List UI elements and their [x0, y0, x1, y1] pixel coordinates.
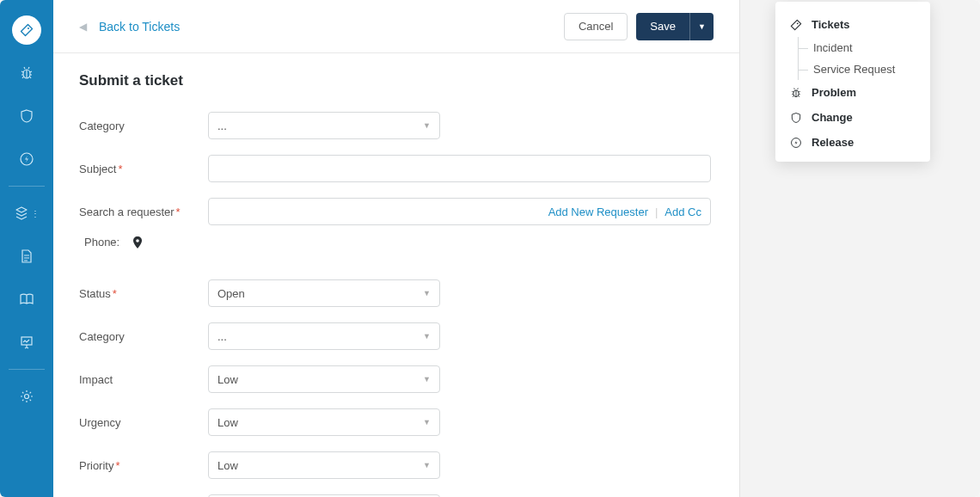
label-impact: Impact: [79, 373, 208, 386]
menu-item-incident[interactable]: Incident: [813, 37, 930, 58]
label-status: Status*: [79, 287, 208, 300]
caret-down-icon: ▼: [423, 332, 431, 341]
topbar: ◀ Back to Tickets Cancel Save ▼: [53, 0, 739, 53]
sidebar-item-solutions[interactable]: [0, 278, 53, 321]
caret-down-icon: ▼: [423, 418, 431, 426]
left-sidebar: ⋮: [0, 0, 53, 497]
select-value: Low: [217, 373, 238, 386]
sidebar-divider-2: [9, 369, 45, 370]
back-link[interactable]: Back to Tickets: [99, 20, 180, 34]
select-category-1[interactable]: ... ▼: [208, 112, 440, 139]
ticket-icon: [12, 15, 41, 45]
sidebar-item-tickets[interactable]: [0, 9, 53, 52]
page-title: Submit a ticket: [79, 72, 714, 89]
app-window: ⋮ ◀ Back to Tickets: [0, 0, 980, 497]
svg-point-5: [25, 395, 29, 399]
row-priority: Priority* Low ▼: [79, 451, 714, 479]
select-value: Low: [217, 416, 238, 429]
svg-point-6: [136, 239, 139, 242]
bolt-circle-icon: [19, 151, 34, 167]
shield-icon: [19, 108, 34, 124]
row-category-1: Category ... ▼: [79, 112, 714, 139]
caret-down-icon: ▼: [698, 22, 706, 31]
select-value: Open: [217, 287, 245, 300]
sidebar-divider: [9, 186, 45, 187]
menu-item-change[interactable]: Change: [775, 105, 930, 130]
svg-point-7: [797, 22, 799, 24]
form-content: Submit a ticket Category ... ▼ Subject*: [53, 53, 739, 497]
sidebar-item-release[interactable]: [0, 138, 53, 181]
menu-item-release[interactable]: Release: [775, 130, 930, 155]
sidebar-item-reports[interactable]: [0, 321, 53, 364]
caret-down-icon: ▼: [423, 121, 431, 130]
caret-down-icon: ▼: [423, 375, 431, 383]
caret-down-icon: ▼: [423, 289, 431, 298]
row-status: Status* Open ▼: [79, 279, 714, 307]
create-menu-panel: Tickets Incident Service Request Problem…: [775, 2, 930, 162]
document-icon: [20, 248, 34, 264]
save-dropdown-button[interactable]: ▼: [689, 13, 714, 40]
row-impact: Impact Low ▼: [79, 365, 714, 393]
select-value: ...: [217, 330, 227, 343]
row-requester: Search a requester* Add New Requester | …: [79, 198, 714, 225]
location-pin-icon: [132, 236, 143, 248]
input-requester[interactable]: Add New Requester | Add Cc: [208, 198, 711, 225]
sidebar-item-problem[interactable]: [0, 52, 53, 95]
sidebar-item-contracts[interactable]: [0, 235, 53, 278]
select-value: ...: [217, 120, 227, 132]
menu-item-problem[interactable]: Problem: [775, 80, 930, 105]
label-urgency: Urgency: [79, 416, 208, 429]
row-phone: Phone:: [79, 236, 714, 248]
sidebar-item-settings[interactable]: [0, 375, 53, 418]
sidebar-item-change[interactable]: [0, 95, 53, 138]
add-new-requester-link[interactable]: Add New Requester: [548, 206, 648, 218]
select-category-2[interactable]: ... ▼: [208, 322, 440, 350]
input-subject[interactable]: [208, 155, 711, 182]
bolt-circle-icon: [789, 137, 803, 149]
caret-down-icon: ▼: [423, 461, 431, 469]
more-dots-icon: ⋮: [31, 209, 40, 218]
row-subject: Subject*: [79, 155, 714, 182]
label-requester: Search a requester*: [79, 206, 208, 218]
book-icon: [19, 292, 34, 306]
row-category-2: Category ... ▼: [79, 322, 714, 350]
svg-rect-4: [21, 337, 32, 345]
shield-icon: [789, 112, 803, 124]
sidebar-item-assets[interactable]: ⋮: [0, 192, 53, 235]
bug-icon: [789, 87, 803, 99]
add-cc-link[interactable]: Add Cc: [665, 206, 701, 218]
label-category-1: Category: [79, 120, 208, 132]
bug-icon: [19, 65, 34, 81]
presentation-icon: [19, 334, 34, 350]
select-status[interactable]: Open ▼: [208, 279, 440, 307]
select-value: Low: [217, 459, 238, 472]
label-subject: Subject*: [79, 163, 208, 175]
row-urgency: Urgency Low ▼: [79, 408, 714, 436]
select-urgency[interactable]: Low ▼: [208, 408, 440, 436]
cancel-button[interactable]: Cancel: [564, 13, 628, 40]
label-phone: Phone:: [84, 236, 132, 248]
select-priority[interactable]: Low ▼: [208, 451, 440, 479]
svg-point-0: [28, 28, 29, 29]
select-impact[interactable]: Low ▼: [208, 365, 440, 393]
menu-item-service-request[interactable]: Service Request: [813, 58, 930, 80]
gear-icon: [19, 389, 34, 404]
menu-item-tickets[interactable]: Tickets: [775, 12, 930, 37]
label-priority: Priority*: [79, 459, 208, 472]
label-category-2: Category: [79, 330, 208, 343]
save-button[interactable]: Save: [636, 13, 689, 40]
menu-submenu-tickets: Incident Service Request: [775, 37, 930, 80]
layers-icon: [14, 206, 29, 221]
ticket-icon: [789, 19, 803, 31]
back-caret-icon: ◀: [79, 21, 87, 33]
main-area: ◀ Back to Tickets Cancel Save ▼ Submit a…: [53, 0, 739, 497]
